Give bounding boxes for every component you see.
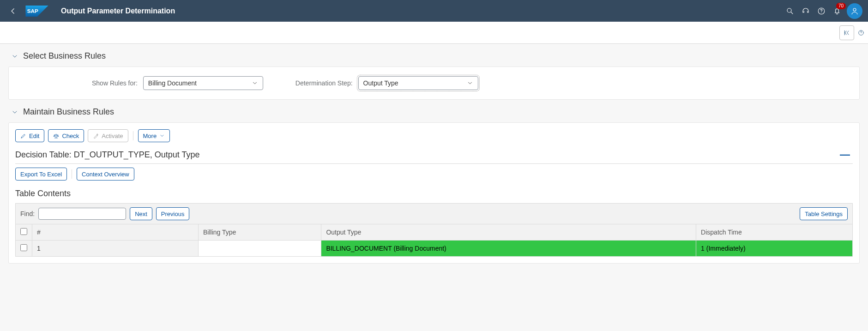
svg-text:SAP: SAP	[27, 8, 38, 14]
maintain-rules-panel: Edit Check Activate More Decision Table:…	[8, 122, 860, 264]
find-label: Find:	[20, 210, 35, 217]
support-icon[interactable]	[798, 3, 814, 19]
show-rules-select[interactable]: Billing Document	[143, 76, 263, 90]
sap-logo: SAP	[22, 6, 52, 17]
section-title-select: Select Business Rules	[23, 51, 106, 61]
back-button[interactable]	[6, 4, 20, 18]
page-title: Output Parameter Determination	[61, 7, 175, 15]
context-overview-button[interactable]: Context Overview	[77, 168, 134, 181]
col-dispatch-time: Dispatch Time	[696, 224, 853, 241]
row-checkbox[interactable]	[20, 244, 27, 251]
decision-table-title-row: Decision Table: DT_OUTPUT_TYPE, Output T…	[15, 143, 853, 164]
notifications-icon[interactable]: 70	[829, 3, 845, 19]
table-row[interactable]: 1 BILLING_DOCUMENT (Billing Document) 1 …	[16, 241, 853, 257]
cell-output-type[interactable]: BILLING_DOCUMENT (Billing Document)	[321, 241, 696, 257]
balance-icon	[53, 133, 59, 139]
table-header-row: # Billing Type Output Type Dispatch Time	[16, 224, 853, 241]
col-index: #	[32, 224, 199, 241]
table-settings-button[interactable]: Table Settings	[800, 207, 848, 220]
search-icon[interactable]	[782, 3, 798, 19]
notification-badge: 70	[836, 3, 846, 9]
maintain-toolbar: Edit Check Activate More	[15, 123, 853, 143]
chevron-down-icon[interactable]	[11, 53, 18, 60]
cell-billing-type[interactable]	[199, 241, 321, 257]
svg-point-5	[853, 8, 856, 11]
section-select-business-rules: Select Business Rules	[0, 44, 868, 66]
shell-header: SAP Output Parameter Determination 70	[0, 0, 868, 22]
cell-dispatch-time[interactable]: 1 (Immediately)	[696, 241, 853, 257]
select-all-checkbox[interactable]	[20, 228, 27, 235]
activate-button: Activate	[88, 129, 128, 142]
previous-button[interactable]: Previous	[156, 207, 190, 220]
cell-index: 1	[32, 241, 199, 257]
svg-point-4	[821, 12, 821, 13]
find-bar: Find: Next Previous Table Settings	[15, 203, 853, 224]
determination-label: Determination Step:	[295, 79, 353, 87]
collapse-icon[interactable]: —	[840, 149, 853, 161]
sub-toolbar	[0, 22, 868, 44]
col-billing-type: Billing Type	[199, 224, 321, 241]
export-toolbar: Export To Excel Context Overview	[15, 164, 853, 181]
table-contents-title: Table Contents	[15, 181, 853, 203]
export-excel-button[interactable]: Export To Excel	[15, 168, 67, 181]
show-rules-value: Billing Document	[148, 79, 197, 87]
pencil-icon	[20, 133, 26, 139]
separator	[72, 169, 72, 179]
determination-value: Output Type	[363, 79, 398, 87]
show-rules-label: Show Rules for:	[92, 79, 138, 87]
edit-button[interactable]: Edit	[15, 129, 44, 142]
decision-table: # Billing Type Output Type Dispatch Time…	[15, 224, 853, 257]
find-input[interactable]	[38, 208, 126, 220]
check-button[interactable]: Check	[48, 129, 84, 142]
decision-table-title: Decision Table: DT_OUTPUT_TYPE, Output T…	[15, 150, 200, 160]
section-title-maintain: Maintain Business Rules	[23, 107, 114, 117]
chevron-down-icon	[159, 133, 165, 138]
more-button[interactable]: More	[138, 129, 170, 142]
select-rules-panel: Show Rules for: Billing Document Determi…	[8, 66, 860, 100]
help-toggle-icon[interactable]	[857, 25, 865, 40]
col-output-type: Output Type	[321, 224, 696, 241]
chevron-down-icon	[252, 80, 258, 86]
chevron-down-icon	[467, 80, 473, 86]
chevron-down-icon[interactable]	[11, 108, 18, 116]
help-icon[interactable]	[814, 3, 829, 19]
user-avatar-button[interactable]	[847, 3, 862, 19]
separator	[133, 131, 133, 140]
expand-collapse-button[interactable]	[839, 25, 854, 40]
next-button[interactable]: Next	[130, 207, 152, 220]
section-maintain-business-rules: Maintain Business Rules	[0, 100, 868, 122]
determination-step-select[interactable]: Output Type	[358, 76, 478, 90]
wand-icon	[93, 133, 99, 139]
